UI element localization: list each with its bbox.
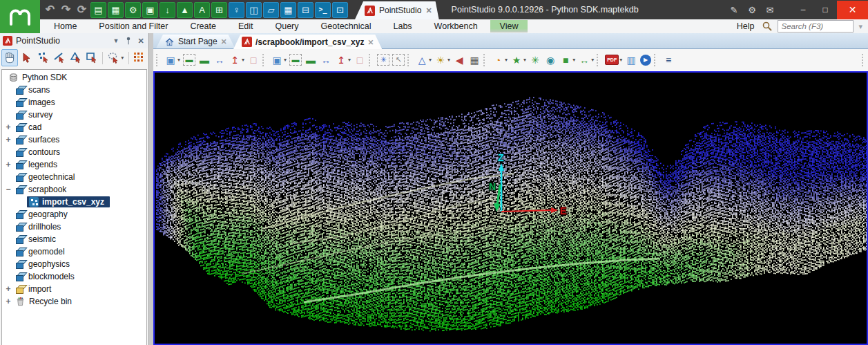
- menu-geotechnical[interactable]: Geotechnical: [311, 20, 381, 32]
- orientation-icon[interactable]: △▾: [415, 52, 432, 68]
- close-app-tab-icon[interactable]: ✕: [425, 6, 432, 15]
- lasso-select-tool[interactable]: ▾: [106, 50, 126, 66]
- save-view-icon[interactable]: ★▾: [510, 52, 527, 68]
- pan-hand-tool[interactable]: [1, 49, 18, 66]
- tree-item-import-csv-xyz[interactable]: import_csv_xyz: [2, 196, 146, 208]
- lighting-icon[interactable]: ☀▾: [434, 52, 451, 68]
- window-grid-icon[interactable]: ▣: [142, 2, 158, 18]
- toolbar-grip[interactable]: [483, 54, 487, 66]
- 3d-viewport[interactable]: Z N E: [153, 71, 868, 345]
- expander-icon[interactable]: +: [3, 297, 13, 306]
- output-icon[interactable]: ⊟: [298, 2, 314, 18]
- select-line-tool[interactable]: [51, 50, 66, 66]
- view-cube-icon[interactable]: ▣▾: [164, 52, 181, 68]
- modules-icon[interactable]: ▦: [280, 2, 296, 18]
- tree-item-images[interactable]: images: [2, 96, 146, 109]
- projector-icon[interactable]: ◀: [452, 52, 466, 68]
- minimize-button[interactable]: –: [793, 1, 813, 19]
- tree-item-geotechnical[interactable]: geotechnical: [2, 171, 146, 183]
- refresh-icon[interactable]: ⟳: [75, 3, 89, 17]
- table-icon[interactable]: ▦: [108, 2, 124, 18]
- solid-cube-icon[interactable]: ◫: [246, 2, 262, 18]
- expander-icon[interactable]: +: [3, 135, 13, 144]
- layout-icon[interactable]: ⊞: [211, 2, 227, 18]
- tree-item-recycle-bin[interactable]: + Recycle bin: [2, 295, 146, 308]
- undo-icon[interactable]: ↶: [43, 3, 57, 17]
- grid-icon[interactable]: ▦: [467, 52, 481, 68]
- view-box-icon[interactable]: □: [247, 52, 260, 68]
- expand-extents-icon[interactable]: ↖: [392, 52, 405, 68]
- import-tray-icon[interactable]: ↓: [160, 2, 175, 18]
- annotate-icon[interactable]: ✎: [725, 0, 743, 19]
- tree-item-cad[interactable]: +cad: [2, 121, 146, 133]
- tree-item-scrapbook[interactable]: −scrapbook: [2, 183, 146, 196]
- maximize-button[interactable]: □: [815, 1, 836, 19]
- zoom-selection-2-icon[interactable]: ▬: [289, 52, 302, 68]
- close-tab-icon[interactable]: ✕: [367, 38, 374, 46]
- select-points-tool[interactable]: [35, 50, 50, 66]
- image-icon[interactable]: ▲: [177, 2, 193, 18]
- redo-icon[interactable]: ↷: [59, 3, 73, 17]
- select-rectangle-tool[interactable]: [84, 50, 99, 66]
- pin-key-icon[interactable]: ♀: [229, 2, 244, 18]
- view-box-2-icon[interactable]: □: [353, 52, 367, 68]
- settings-gear-icon[interactable]: ⚙: [743, 0, 761, 19]
- console-icon[interactable]: >_: [315, 2, 331, 18]
- text-icon[interactable]: A: [194, 2, 210, 18]
- orbit-eye-icon[interactable]: ◉: [543, 52, 557, 68]
- tab-scrapbook-import-csv-xyz[interactable]: /scrapbook/import_csv_xyz ✕: [233, 35, 382, 49]
- report-settings-icon[interactable]: ⚙: [125, 2, 141, 18]
- menu-query[interactable]: Query: [265, 20, 308, 32]
- menu-help[interactable]: Help: [734, 20, 758, 32]
- tree-item-survey[interactable]: survey: [2, 109, 146, 121]
- tab-start-page[interactable]: Start Page ✕: [156, 35, 235, 48]
- menu-create[interactable]: Create: [180, 20, 226, 32]
- menu-edit[interactable]: Edit: [229, 20, 263, 32]
- tree-item-drillholes[interactable]: drillholes: [2, 221, 146, 233]
- view-cube-2-icon[interactable]: ▣▾: [270, 52, 287, 68]
- tree-item-surfaces[interactable]: +surfaces: [2, 133, 146, 146]
- screenshot-icon[interactable]: ▥: [624, 52, 638, 68]
- report-icon[interactable]: ▤: [90, 2, 106, 18]
- select-polygon-tool[interactable]: [68, 50, 83, 66]
- zoom-selection-icon[interactable]: ▬: [182, 52, 196, 68]
- expander-icon[interactable]: +: [3, 160, 13, 169]
- point-display-icon[interactable]: ✳: [528, 52, 542, 68]
- tree-item-geomodel[interactable]: geomodel: [2, 245, 146, 258]
- panel-close-icon[interactable]: ✕: [136, 37, 146, 46]
- tree-item-legends[interactable]: +legends: [2, 158, 146, 171]
- pointstudio-app-tab[interactable]: PointStudio ✕: [355, 1, 439, 19]
- menu-labs[interactable]: Labs: [384, 20, 422, 32]
- expander-icon[interactable]: −: [3, 185, 13, 194]
- tree-item-python-sdk[interactable]: Python SDK: [2, 71, 146, 84]
- camera-view-icon[interactable]: ▬: [197, 52, 211, 68]
- toolbar-grip[interactable]: [407, 54, 411, 66]
- tree-item-seismic[interactable]: seismic: [2, 233, 146, 245]
- panel-pin-icon[interactable]: [124, 36, 133, 46]
- menu-position-and-filter[interactable]: Position and Filter: [89, 20, 177, 32]
- plan-view-2-icon[interactable]: ↥▾: [334, 52, 351, 68]
- search-input[interactable]: [778, 20, 853, 32]
- centre-selection-icon[interactable]: ✳: [376, 52, 390, 68]
- close-button[interactable]: ✕: [837, 1, 868, 19]
- sector-display-icon[interactable]: ◔▾: [491, 52, 508, 68]
- animation-play-icon[interactable]: ▶: [639, 52, 652, 68]
- mail-icon[interactable]: ✉: [761, 0, 779, 19]
- width-slice-icon[interactable]: ↔▾: [577, 52, 595, 68]
- tree-item-geography[interactable]: geography: [2, 208, 146, 221]
- panel-dropdown-icon[interactable]: ▼: [111, 37, 121, 44]
- tree-item-scans[interactable]: scans: [2, 84, 146, 96]
- expander-icon[interactable]: +: [3, 284, 13, 294]
- console-window-icon[interactable]: ⊡: [332, 2, 348, 18]
- expander-icon[interactable]: +: [3, 122, 13, 132]
- legend-list-icon[interactable]: ≡: [662, 52, 675, 68]
- tree-item-contours[interactable]: contours: [2, 146, 146, 158]
- fit-view-2-icon[interactable]: ↔: [319, 52, 333, 68]
- tree-item-import[interactable]: +import: [2, 283, 146, 295]
- tree-item-blockmodels[interactable]: blockmodels: [2, 270, 146, 283]
- menu-workbench[interactable]: Workbench: [425, 20, 488, 32]
- pointcloud-canvas[interactable]: [155, 73, 867, 344]
- filter-grid-tool[interactable]: [132, 50, 147, 66]
- camera-view-2-icon[interactable]: ▬: [304, 52, 318, 68]
- toolbar-grip[interactable]: [862, 54, 865, 66]
